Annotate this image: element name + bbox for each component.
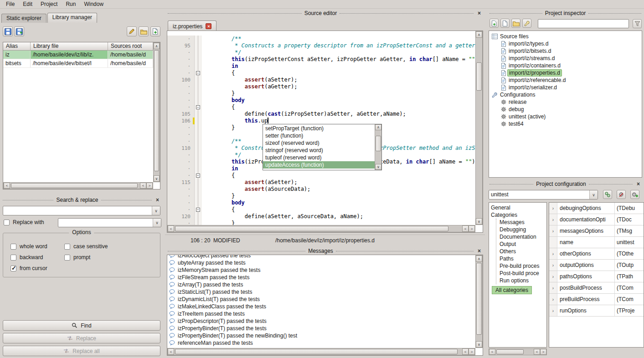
message-item[interactable]: izTreeItem passed the tests <box>167 310 475 317</box>
completion-item[interactable]: setter (function) <box>263 132 375 139</box>
fold-collapse-icon[interactable]: − <box>196 174 200 178</box>
scroll-down-icon[interactable]: ∨ <box>476 341 482 348</box>
tree-node-configurations[interactable]: Configurations <box>490 91 641 98</box>
replace-all-button[interactable]: Replace all <box>3 346 160 356</box>
message-item[interactable]: izFileStream passed the tests <box>167 274 475 281</box>
message-item[interactable]: izStaticList(T) passed the tests <box>167 288 475 296</box>
expand-icon[interactable]: › <box>549 260 557 271</box>
completion-scrollbar[interactable]: ∧ ∨ <box>375 124 381 170</box>
toolbar-button-save[interactable] <box>3 26 13 36</box>
scrollbar-thumb[interactable] <box>11 183 138 188</box>
message-item[interactable]: izMemoryStream passed the tests <box>167 266 475 274</box>
completion-item[interactable]: setPropTarget (function) <box>263 125 375 132</box>
filter-button[interactable] <box>633 19 642 28</box>
toolbar-button-edit-library[interactable] <box>127 26 137 36</box>
tree-item-import-iz-serializer-d[interactable]: import/iz/serializer.d <box>490 84 641 91</box>
close-icon[interactable]: × <box>476 10 482 16</box>
search-term-combobox[interactable]: ∨ <box>3 206 160 215</box>
message-item[interactable]: izPropertyBinder(T) passed the newBindin… <box>167 332 475 339</box>
scrollbar-thumb[interactable] <box>476 62 482 91</box>
editor-line[interactable]: · } <box>167 90 475 97</box>
scrollbar-thumb[interactable] <box>496 349 524 354</box>
editor-line[interactable]: ·− { <box>167 172 475 179</box>
tree-item-config-debug[interactable]: debug <box>490 106 641 113</box>
scroll-right-icon[interactable]: > <box>469 225 475 232</box>
toolbar-button-add-library[interactable] <box>150 26 160 36</box>
editor-line[interactable]: 105 define(cast(izPropSetter)aSetter, aG… <box>167 111 475 118</box>
checkbox-prompt[interactable]: prompt <box>64 254 108 261</box>
toolbar-button-save-as[interactable] <box>14 26 24 36</box>
toolbar-button-open-folder[interactable] <box>139 26 149 36</box>
property-row-otheroptions[interactable]: ›otherOptions(TOthe <box>549 248 644 260</box>
message-item[interactable]: referenceMan passed the tests <box>167 339 475 347</box>
menu-item-edit[interactable]: Edit <box>19 0 36 8</box>
scroll-right-icon[interactable]: > <box>540 349 546 355</box>
scroll-left-icon[interactable]: < <box>168 225 174 232</box>
close-icon[interactable]: × <box>155 197 160 203</box>
expand-icon[interactable]: › <box>549 305 557 316</box>
tree-item-import-iz-streams-d[interactable]: import/iz/streams.d <box>490 55 641 62</box>
configuration-selector[interactable]: unittest ∨ <box>489 190 598 199</box>
category-messages[interactable]: Messages <box>500 219 545 226</box>
message-item[interactable]: izPropertyBinder(T) passed the tests <box>167 325 475 332</box>
editor-line[interactable]: 106 this.up <box>167 118 475 124</box>
checkbox-whole-word[interactable]: whole word <box>10 243 64 250</box>
property-row-outputoptions[interactable]: ›outputOptions(TOutp <box>549 260 644 271</box>
tab-iz-properties[interactable]: iz.properties × <box>168 20 216 31</box>
editor-line[interactable]: · this(izPropSetterConst aSetter, izProp… <box>167 56 475 63</box>
property-row-name[interactable]: nameunittest <box>549 237 644 248</box>
replace-button[interactable]: Replace <box>3 333 160 343</box>
toolbar-button-add-config[interactable] <box>630 190 639 199</box>
inspector-filter-input[interactable] <box>538 19 629 28</box>
scrollbar-thumb[interactable] <box>154 50 159 171</box>
message-item[interactable]: izPropDescriptor(T) passed the tests <box>167 317 475 325</box>
category-group[interactable]: Categories <box>491 211 545 219</box>
toolbar-button-tools[interactable] <box>522 19 531 28</box>
toolbar-button-sync-config[interactable] <box>603 190 612 199</box>
tab-library-manager[interactable]: Library manager <box>47 13 97 23</box>
editor-line[interactable]: 100 assert(aSetter); <box>167 77 475 83</box>
message-item[interactable]: ubyteArray passed the tests <box>167 259 475 266</box>
expand-icon[interactable] <box>549 237 557 248</box>
messages-vscrollbar[interactable]: ∧ ∨ <box>475 255 483 348</box>
toolbar-button-remove-config[interactable] <box>617 190 626 199</box>
scroll-left-icon[interactable]: < <box>140 183 146 189</box>
property-row-documentationopti[interactable]: ›documentationOpti(TDoc <box>549 214 644 225</box>
editor-line[interactable]: · assert(aGetter); <box>167 83 475 90</box>
library-table-hscrollbar[interactable]: < < > <box>3 182 153 189</box>
search-input[interactable] <box>3 206 152 215</box>
editor-line[interactable]: ·− { <box>167 206 475 213</box>
category-run-options[interactable]: Run options <box>500 277 545 284</box>
scrollbar-thumb[interactable] <box>376 136 381 151</box>
chevron-down-icon[interactable]: ∨ <box>589 190 598 199</box>
scroll-left-icon[interactable]: < <box>489 349 495 355</box>
category-general[interactable]: General <box>491 204 545 211</box>
editor-vscrollbar[interactable]: ∧ ∨ <box>475 31 483 225</box>
property-row-postbuildprocess[interactable]: ›postBuildProcess(TCom <box>549 282 644 294</box>
checkbox-box[interactable] <box>64 255 70 261</box>
close-tab-icon[interactable]: × <box>206 23 211 29</box>
checkbox-case-sensitive[interactable]: case sensitive <box>64 243 108 250</box>
expand-icon[interactable]: › <box>549 248 557 259</box>
tree-item-config-test64[interactable]: test64 <box>490 120 641 128</box>
scroll-right-icon[interactable]: > <box>469 348 475 355</box>
editor-line[interactable]: 120 define(aSetter, aSourceData, aName); <box>167 213 475 220</box>
scrollbar-track[interactable] <box>10 183 140 189</box>
completion-item[interactable]: updateAccess (function) <box>263 161 375 169</box>
scroll-left-icon[interactable]: < <box>534 349 540 355</box>
find-button[interactable]: Find <box>3 320 160 331</box>
tab-static-explorer[interactable]: Static explorer <box>1 14 46 23</box>
expand-icon[interactable]: › <box>549 225 557 236</box>
property-row-runoptions[interactable]: ›runOptions(TProje <box>549 305 644 317</box>
editor-line[interactable]: 115 assert(aSetter); <box>167 179 475 186</box>
scrollbar-track[interactable] <box>154 49 160 175</box>
table-row[interactable]: bitsets/home/basile/dev/bitset/l/home/ba… <box>3 59 153 68</box>
toolbar-button-add-source[interactable] <box>489 19 499 28</box>
property-row-debugingoptions[interactable]: ›debugingOptions(TDebu <box>549 203 644 214</box>
tree-item-import-iz-properties-d[interactable]: import/iz/properties.d <box>490 69 641 77</box>
menu-item-project[interactable]: Project <box>36 0 62 8</box>
expand-icon[interactable]: › <box>549 294 557 305</box>
tree-item-config-release[interactable]: release <box>490 98 641 106</box>
column-header-alias[interactable]: Alias <box>3 42 31 50</box>
replace-input[interactable] <box>58 219 153 227</box>
